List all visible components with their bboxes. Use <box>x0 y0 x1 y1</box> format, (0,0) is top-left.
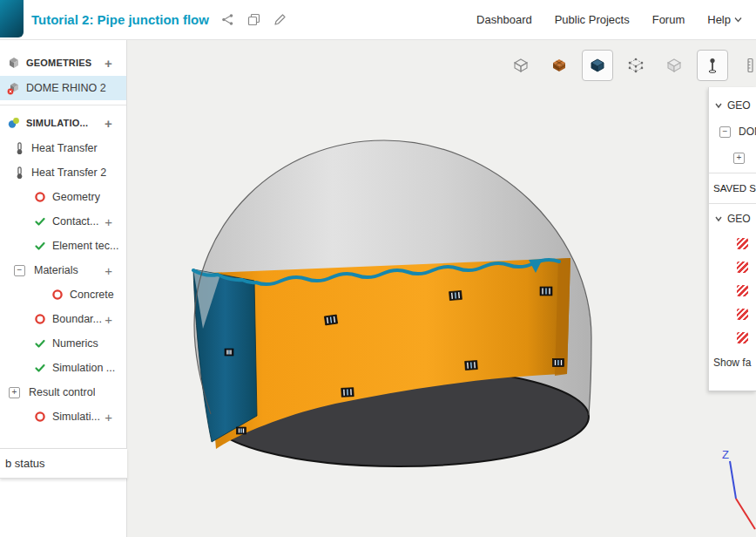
help-label: Help <box>707 13 731 26</box>
minus-collapse-icon[interactable]: − <box>14 265 25 276</box>
sidebar-item-simulation[interactable]: Simulation ... <box>0 356 126 380</box>
sensor-marker[interactable] <box>237 427 246 434</box>
green-check-icon <box>33 214 47 228</box>
simulation-tree-sidebar: GEOMETRIES+DOME RHINO 2SIMULATIO...+Heat… <box>0 39 127 537</box>
item-label: Heat Transfer <box>31 142 98 154</box>
sidebar-item-simulati[interactable]: Simulati...+ <box>0 404 126 429</box>
plus-icon[interactable]: + <box>733 153 745 164</box>
sidebar-tree: GEOMETRIES+DOME RHINO 2SIMULATIO...+Heat… <box>0 39 126 429</box>
share-icon[interactable] <box>221 13 235 27</box>
invalid-face-set-icon <box>737 285 748 296</box>
add-button[interactable]: + <box>105 117 112 130</box>
item-label: Element tec... <box>52 240 118 252</box>
sidebar-section-geometries[interactable]: GEOMETRIES+ <box>0 50 126 76</box>
item-label: Simulati... <box>52 411 100 423</box>
viewport-3d[interactable]: Z GEO−DOM+SAVED SGEOShow fa <box>126 39 756 537</box>
saved-selection-row[interactable] <box>709 279 756 302</box>
red-ring-icon <box>33 312 47 326</box>
job-status-label: b status <box>5 457 45 470</box>
nav-links-container: DashboardPublic ProjectsForum <box>476 13 685 26</box>
panel-add-button[interactable]: + <box>709 145 756 171</box>
scene-canvas[interactable]: Z <box>126 39 756 537</box>
panel-label: GEO <box>727 213 751 225</box>
help-menu[interactable]: Help <box>707 13 742 26</box>
item-label: DOME RHINO 2 <box>26 82 106 94</box>
chevron-down-icon[interactable] <box>714 101 723 110</box>
item-label: Contact... <box>52 215 99 228</box>
app-logo[interactable] <box>0 0 24 37</box>
nav-link-dashboard[interactable]: Dashboard <box>476 13 532 26</box>
geometries-icon <box>7 56 21 70</box>
add-button[interactable]: + <box>105 215 112 228</box>
sidebar-item-concrete[interactable]: Concrete <box>0 282 126 307</box>
green-check-icon <box>33 336 47 350</box>
sidebar-item-result-control[interactable]: +Result control <box>0 380 126 404</box>
saved-selection-row[interactable] <box>709 302 756 326</box>
item-label: Result control <box>29 386 95 398</box>
toolbar-button-vertex-cube-icon[interactable] <box>620 50 651 81</box>
panel-header-saved-s[interactable]: SAVED S <box>709 175 756 201</box>
invalid-face-set-icon <box>737 309 748 320</box>
sensor-marker[interactable] <box>324 315 337 325</box>
orientation-axes: Z <box>722 448 755 529</box>
chevron-down-icon[interactable] <box>714 214 723 223</box>
sensor-marker[interactable] <box>465 361 478 370</box>
plus-collapse-icon[interactable]: + <box>9 387 20 398</box>
sidebar-item-dome-rhino-2[interactable]: DOME RHINO 2 <box>0 76 126 100</box>
sensor-marker[interactable] <box>225 349 233 356</box>
toolbar-button-probe-point-icon[interactable] <box>697 50 728 81</box>
panel-tree-item-dom[interactable]: −DOM <box>709 119 756 145</box>
panel-tree-item-geo[interactable]: GEO <box>709 92 756 119</box>
red-ring-icon <box>51 288 64 302</box>
minus-collapse-icon[interactable]: − <box>719 126 731 138</box>
sidebar-section-simulatio[interactable]: SIMULATIO...+ <box>0 110 126 136</box>
sidebar-item-contact[interactable]: Contact...+ <box>0 209 126 234</box>
geometry-right-panel: GEO−DOM+SAVED SGEOShow fa <box>708 87 756 391</box>
add-button[interactable]: + <box>105 313 112 326</box>
copy-icon[interactable] <box>247 13 261 27</box>
sidebar-divider <box>0 105 126 105</box>
red-ring-icon <box>33 410 47 424</box>
panel-label: DOM <box>739 126 756 138</box>
sensor-marker[interactable] <box>540 287 552 296</box>
saved-selection-row[interactable] <box>709 326 756 350</box>
sensor-marker[interactable] <box>341 388 354 398</box>
nav-link-forum[interactable]: Forum <box>652 13 685 26</box>
wireframe-cube-icon <box>512 57 530 74</box>
invalid-face-set-icon <box>737 332 748 343</box>
add-button[interactable]: + <box>105 264 112 277</box>
saved-selection-row[interactable] <box>709 255 756 279</box>
sensor-marker[interactable] <box>449 290 462 300</box>
sidebar-item-heat-transfer[interactable]: Heat Transfer <box>0 136 126 160</box>
toolbar-button-flat-cube-icon[interactable] <box>658 50 690 81</box>
sensor-marker[interactable] <box>553 359 564 367</box>
toolbar-button-wireframe-cube-icon[interactable] <box>505 50 537 81</box>
app-window: { "header": { "title": "Tutorial 2: Pipe… <box>0 0 756 537</box>
panel-link-show-fa[interactable]: Show fa <box>709 350 756 376</box>
add-button[interactable]: + <box>105 57 112 70</box>
panel-divider <box>709 173 756 173</box>
green-check-icon <box>33 361 47 375</box>
job-status-drawer[interactable]: b status <box>0 448 127 479</box>
toolbar-button-ruler-icon[interactable] <box>735 50 756 81</box>
toolbar-button-mesh-cube-icon[interactable] <box>543 50 575 81</box>
chevron-down-icon <box>734 17 742 23</box>
panel-label: SAVED S <box>713 183 756 194</box>
nav-link-public-projects[interactable]: Public Projects <box>555 13 630 26</box>
thermometer-icon <box>12 166 26 180</box>
sidebar-item-numerics[interactable]: Numerics <box>0 331 126 356</box>
sidebar-item-geometry[interactable]: Geometry <box>0 185 126 209</box>
sidebar-item-element-tec[interactable]: Element tec... <box>0 234 126 258</box>
viewport-toolbar <box>505 50 756 81</box>
panel-tree-item-geo[interactable]: GEO <box>709 206 756 232</box>
saved-selection-row[interactable] <box>709 232 756 255</box>
sidebar-item-heat-transfer-2[interactable]: Heat Transfer 2 <box>0 160 126 185</box>
toolbar-button-solid-cube-icon[interactable] <box>582 50 613 81</box>
sidebar-item-boundar[interactable]: Boundar...+ <box>0 307 126 331</box>
mesh-cube-icon <box>550 57 568 74</box>
edit-icon[interactable] <box>273 13 287 27</box>
sidebar-item-materials[interactable]: −Materials+ <box>0 258 126 282</box>
simulation-icon <box>7 116 21 130</box>
add-button[interactable]: + <box>105 411 112 424</box>
item-label: GEOMETRIES <box>26 58 91 68</box>
